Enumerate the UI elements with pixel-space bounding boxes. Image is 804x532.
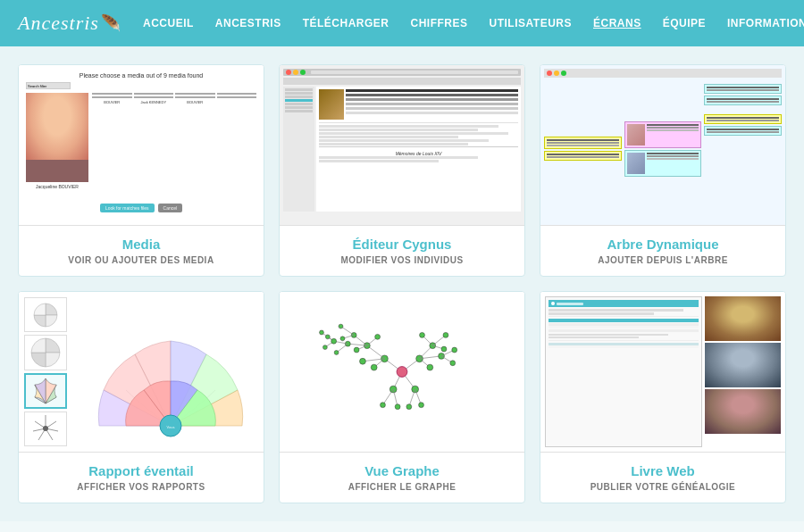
card-arbre-info: Arbre Dynamique AJOUTER DEPUIS L'ARBRE (589, 226, 737, 276)
svg-point-47 (420, 332, 425, 337)
card-graphe-info: Vue Graphe AFFICHER LE GRAPHE (339, 453, 465, 503)
card-graphe-subtitle: AFFICHER LE GRAPHE (348, 482, 456, 492)
card-editeur[interactable]: Mémoires de Louis XIV Éditeur Cygnus MOD… (279, 64, 525, 277)
svg-point-56 (419, 403, 424, 408)
nav-utilisateurs[interactable]: UTILISATEURS (490, 17, 572, 29)
svg-point-46 (441, 346, 447, 352)
svg-point-70 (322, 345, 327, 350)
svg-point-57 (406, 404, 412, 410)
card-rapport-info: Rapport éventail AFFICHER VOS RAPPORTS (68, 453, 214, 503)
svg-point-71 (325, 335, 330, 339)
cards-grid: Please choose a media out of 9 media fou… (18, 64, 786, 503)
svg-point-54 (381, 403, 386, 408)
svg-point-68 (334, 351, 339, 355)
card-livre-title: Livre Web (590, 463, 736, 478)
svg-point-67 (331, 338, 337, 344)
card-rapport-image: Vous (19, 292, 264, 453)
card-editeur-info: Éditeur Cygnus MODIFIER VOS INDIVIDUS (331, 226, 472, 276)
logo-text: Ancestris (18, 12, 99, 35)
main-content: Please choose a media out of 9 media fou… (0, 46, 804, 521)
card-media-title: Media (68, 237, 214, 252)
nav-information[interactable]: INFORMATION (727, 17, 804, 29)
card-arbre-subtitle: AJOUTER DEPUIS L'ARBRE (598, 255, 728, 265)
card-livre-image (540, 292, 785, 453)
svg-line-20 (367, 345, 385, 359)
nav-chiffres[interactable]: CHIFFRES (411, 17, 468, 29)
card-rapport[interactable]: Vous Rapport éventail AFFICHER VOS RAPPO… (18, 291, 264, 503)
svg-point-72 (397, 367, 407, 378)
card-graphe-image (280, 292, 524, 453)
card-editeur-title: Éditeur Cygnus (340, 237, 463, 252)
feather-icon: 🪶 (101, 13, 121, 33)
card-media-subtitle: VOIR OU AJOUTER DES MEDIA (68, 255, 214, 265)
svg-point-30 (351, 332, 356, 337)
card-arbre[interactable]: Arbre Dynamique AJOUTER DEPUIS L'ARBRE (540, 64, 786, 277)
svg-point-31 (354, 347, 359, 353)
card-editeur-image: Mémoires de Louis XIV (280, 65, 524, 226)
svg-point-49 (450, 361, 456, 366)
svg-point-24 (371, 364, 377, 370)
nav-equipe[interactable]: ÉQUIPE (663, 17, 706, 29)
card-editeur-subtitle: MODIFIER VOS INDIVIDUS (340, 255, 463, 265)
header: Ancestris 🪶 ACCUEIL ANCESTRIS TÉLÉCHARGE… (0, 0, 804, 46)
card-media[interactable]: Please choose a media out of 9 media fou… (18, 64, 264, 277)
nav-ecrans[interactable]: ÉCRANS (593, 17, 641, 29)
main-nav: ACCUEIL ANCESTRIS TÉLÉCHARGER CHIFFRES U… (143, 17, 804, 29)
logo[interactable]: Ancestris 🪶 (18, 12, 143, 35)
svg-point-66 (340, 337, 345, 341)
svg-point-38 (427, 364, 433, 370)
svg-point-19 (412, 386, 419, 393)
nav-ancestris[interactable]: ANCESTRIS (215, 17, 281, 29)
svg-point-65 (339, 324, 343, 328)
card-graphe[interactable]: Vue Graphe AFFICHER LE GRAPHE (279, 291, 525, 503)
card-graphe-title: Vue Graphe (348, 463, 456, 478)
card-arbre-image (540, 65, 785, 226)
card-rapport-title: Rapport éventail (77, 463, 205, 478)
svg-text:Vous: Vous (167, 425, 175, 429)
svg-point-25 (360, 358, 366, 364)
svg-point-45 (443, 332, 448, 337)
card-livre-subtitle: PUBLIER VOTRE GÉNÉALOGIE (590, 482, 736, 492)
svg-point-7 (43, 426, 48, 431)
svg-point-32 (375, 334, 381, 339)
svg-point-18 (389, 386, 397, 393)
nav-accueil[interactable]: ACCUEIL (143, 17, 194, 29)
card-arbre-title: Arbre Dynamique (598, 237, 728, 252)
svg-point-48 (452, 347, 457, 353)
nav-telecharger[interactable]: TÉLÉCHARGER (303, 17, 389, 29)
card-livre-info: Livre Web PUBLIER VOTRE GÉNÉALOGIE (582, 453, 745, 503)
svg-point-69 (320, 330, 324, 335)
card-media-image: Please choose a media out of 9 media fou… (19, 65, 264, 226)
card-rapport-subtitle: AFFICHER VOS RAPPORTS (77, 482, 205, 492)
card-media-info: Media VOIR OU AJOUTER DES MEDIA (59, 226, 222, 276)
svg-point-55 (395, 404, 400, 410)
card-livre[interactable]: Livre Web PUBLIER VOTRE GÉNÉALOGIE (540, 291, 786, 503)
